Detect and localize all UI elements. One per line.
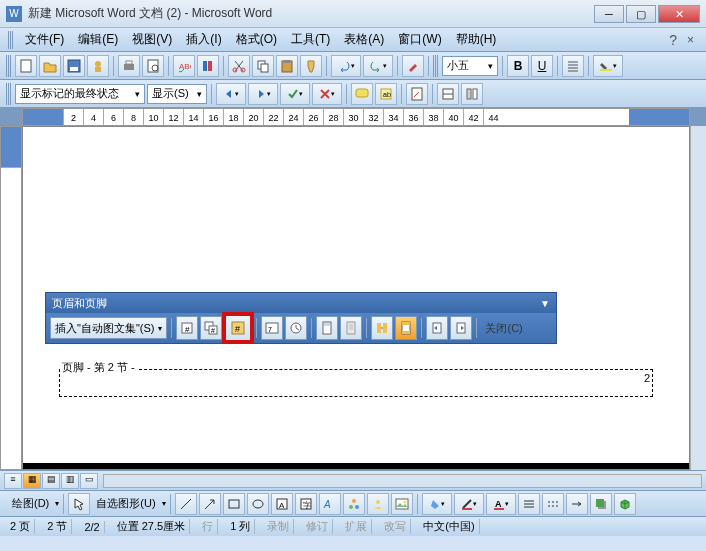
vertical-textbox-button[interactable]: 字 bbox=[295, 493, 317, 515]
vertical-ruler[interactable] bbox=[0, 126, 22, 470]
format-page-number-button[interactable]: # bbox=[224, 314, 252, 342]
status-rev[interactable]: 修订 bbox=[302, 519, 333, 534]
font-size-combo[interactable]: 小五▾ bbox=[442, 56, 498, 76]
menu-table[interactable]: 表格(A) bbox=[338, 29, 390, 50]
rectangle-button[interactable] bbox=[223, 493, 245, 515]
picture-button[interactable] bbox=[391, 493, 413, 515]
insert-time-button[interactable] bbox=[285, 316, 307, 340]
options-arrow-icon[interactable]: ▼ bbox=[540, 298, 550, 309]
menu-insert[interactable]: 插入(I) bbox=[180, 29, 227, 50]
reviewing-pane-button[interactable] bbox=[437, 83, 459, 105]
print-layout-view-button[interactable]: ▦ bbox=[23, 473, 41, 489]
spellcheck-button[interactable]: ABC bbox=[173, 55, 195, 77]
status-ovr[interactable]: 改写 bbox=[380, 519, 411, 534]
grip-icon[interactable] bbox=[433, 55, 438, 77]
minimize-button[interactable]: ─ bbox=[594, 5, 624, 23]
menu-format[interactable]: 格式(O) bbox=[230, 29, 283, 50]
close-button[interactable]: ✕ bbox=[658, 5, 700, 23]
dash-style-button[interactable] bbox=[542, 493, 564, 515]
header-footer-titlebar[interactable]: 页眉和页脚 ▼ bbox=[46, 293, 556, 313]
horizontal-scrollbar[interactable] bbox=[103, 474, 702, 488]
page-setup-button[interactable] bbox=[316, 316, 338, 340]
prev-change-button[interactable]: ▾ bbox=[216, 83, 246, 105]
footer-edit-area[interactable]: 页脚 - 第 2 节 - 2 bbox=[59, 369, 653, 397]
3d-button[interactable] bbox=[614, 493, 636, 515]
show-next-button[interactable] bbox=[450, 316, 472, 340]
reject-change-button[interactable]: ▾ bbox=[312, 83, 342, 105]
menu-window[interactable]: 窗口(W) bbox=[392, 29, 447, 50]
document-page[interactable]: 页眉和页脚 ▼ 插入"自动图文集"(S)▾ # # # 7 bbox=[22, 126, 690, 470]
paste-button[interactable] bbox=[276, 55, 298, 77]
help-icon[interactable]: ? bbox=[665, 32, 681, 48]
maximize-button[interactable]: ▢ bbox=[626, 5, 656, 23]
font-color-button[interactable]: A▾ bbox=[486, 493, 516, 515]
menu-view[interactable]: 视图(V) bbox=[126, 29, 178, 50]
save-button[interactable] bbox=[63, 55, 85, 77]
normal-view-button[interactable]: ≡ bbox=[4, 473, 22, 489]
diagram-button[interactable] bbox=[343, 493, 365, 515]
status-lang[interactable]: 中文(中国) bbox=[419, 519, 479, 534]
cut-button[interactable] bbox=[228, 55, 250, 77]
highlight-button[interactable]: ▾ bbox=[593, 55, 623, 77]
vertical-scrollbar[interactable] bbox=[690, 126, 706, 470]
horizontal-ruler[interactable]: 2 4 6 8 10 12 14 16 18 20 22 24 26 28 30… bbox=[22, 108, 690, 126]
menu-tools[interactable]: 工具(T) bbox=[285, 29, 336, 50]
status-rec[interactable]: 录制 bbox=[263, 519, 294, 534]
menu-edit[interactable]: 编辑(E) bbox=[72, 29, 124, 50]
bold-button[interactable]: B bbox=[507, 55, 529, 77]
header-footer-toolbar[interactable]: 页眉和页脚 ▼ 插入"自动图文集"(S)▾ # # # 7 bbox=[45, 292, 557, 344]
format-painter-button[interactable] bbox=[300, 55, 322, 77]
web-view-button[interactable]: ▤ bbox=[42, 473, 60, 489]
line-color-button[interactable]: ▾ bbox=[454, 493, 484, 515]
print-button[interactable] bbox=[118, 55, 140, 77]
align-justify-button[interactable] bbox=[562, 55, 584, 77]
track-changes-button[interactable] bbox=[406, 83, 428, 105]
wordart-button[interactable]: A bbox=[319, 493, 341, 515]
reading-view-button[interactable]: ▭ bbox=[80, 473, 98, 489]
close-header-footer-button[interactable]: 关闭(C) bbox=[481, 321, 526, 336]
research-button[interactable] bbox=[197, 55, 219, 77]
insert-autotext-button[interactable]: 插入"自动图文集"(S)▾ bbox=[50, 317, 167, 339]
open-button[interactable] bbox=[39, 55, 61, 77]
arrow-button[interactable] bbox=[199, 493, 221, 515]
copy-button[interactable] bbox=[252, 55, 274, 77]
grip-icon[interactable] bbox=[8, 31, 13, 49]
grip-icon[interactable] bbox=[6, 83, 11, 105]
highlight-button[interactable]: ab bbox=[375, 83, 397, 105]
insert-page-count-button[interactable]: # bbox=[200, 316, 222, 340]
insert-date-button[interactable]: 7 bbox=[261, 316, 283, 340]
new-comment-button[interactable] bbox=[351, 83, 373, 105]
switch-header-footer-button[interactable] bbox=[395, 316, 417, 340]
show-previous-button[interactable] bbox=[426, 316, 448, 340]
select-objects-button[interactable] bbox=[68, 493, 90, 515]
line-button[interactable] bbox=[175, 493, 197, 515]
preview-button[interactable] bbox=[142, 55, 164, 77]
redo-button[interactable]: ▾ bbox=[363, 55, 393, 77]
arrow-style-button[interactable] bbox=[566, 493, 588, 515]
status-ext[interactable]: 扩展 bbox=[341, 519, 372, 534]
menu-help[interactable]: 帮助(H) bbox=[450, 29, 503, 50]
document-close-button[interactable]: × bbox=[683, 33, 698, 47]
next-change-button[interactable]: ▾ bbox=[248, 83, 278, 105]
reviewing-pane2-button[interactable] bbox=[461, 83, 483, 105]
new-button[interactable] bbox=[15, 55, 37, 77]
autoshapes-menu[interactable]: 自选图形(U) bbox=[92, 496, 159, 511]
oval-button[interactable] bbox=[247, 493, 269, 515]
line-style-button[interactable] bbox=[518, 493, 540, 515]
shadow-button[interactable] bbox=[590, 493, 612, 515]
insert-page-number-button[interactable]: # bbox=[176, 316, 198, 340]
underline-button[interactable]: U bbox=[531, 55, 553, 77]
outline-view-button[interactable]: ▥ bbox=[61, 473, 79, 489]
clipart-button[interactable] bbox=[367, 493, 389, 515]
review-state-combo[interactable]: 显示标记的最终状态▾ bbox=[15, 84, 145, 104]
draw-menu[interactable]: 绘图(D) bbox=[8, 496, 53, 511]
ink-button[interactable] bbox=[402, 55, 424, 77]
permission-button[interactable] bbox=[87, 55, 109, 77]
textbox-button[interactable]: A bbox=[271, 493, 293, 515]
menu-file[interactable]: 文件(F) bbox=[19, 29, 70, 50]
link-to-previous-button[interactable] bbox=[371, 316, 393, 340]
undo-button[interactable]: ▾ bbox=[331, 55, 361, 77]
accept-change-button[interactable]: ▾ bbox=[280, 83, 310, 105]
grip-icon[interactable] bbox=[6, 55, 11, 77]
show-combo[interactable]: 显示(S)▾ bbox=[147, 84, 207, 104]
